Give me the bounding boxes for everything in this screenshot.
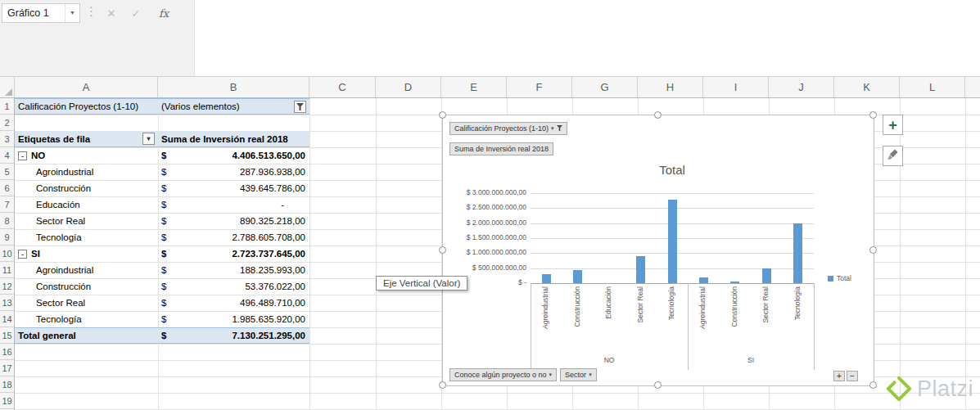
pivot-row-label-cell-total-general[interactable]: Total general [15,327,158,344]
y-axis-label[interactable]: $ 500.000.000,00 [443,264,526,272]
pivot-filter-field-cell[interactable]: Calificación Proyectos (1-10) [15,98,158,115]
bar-sector-real-no[interactable] [636,256,645,283]
expand-button[interactable]: + [833,371,845,381]
pivot-chart[interactable]: Total Calificación Proyectos (1-10)▾Suma… [442,115,874,386]
collapse-button[interactable]: - [18,151,27,160]
row-header-3[interactable]: 3 [0,131,14,147]
row-header-11[interactable]: 11 [0,262,14,278]
column-header-D[interactable]: D [376,77,441,97]
row-header-19[interactable]: 19 [0,393,14,409]
formula-input[interactable] [194,0,980,76]
name-box[interactable]: Gráfico 1 ▾ [2,3,80,23]
row-header-9[interactable]: 9 [0,229,14,246]
cancel-icon[interactable]: ✕ [102,3,121,23]
bar-tecnología-si[interactable] [793,223,802,283]
row-header-12[interactable]: 12 [0,278,14,295]
column-header-G[interactable]: G [572,77,638,97]
category-label-tecnología[interactable]: Tecnología [667,286,675,320]
pivot-value-cell-tecnología[interactable]: $2.788.605.708,00 [158,229,309,246]
row-header-1[interactable]: 1 [0,98,14,115]
bar-tecnología-no[interactable] [668,200,677,283]
row-header-18[interactable]: 18 [0,376,14,393]
chart-styles-button[interactable] [883,146,903,166]
enter-icon[interactable]: ✓ [126,3,146,23]
column-header-H[interactable]: H [638,77,703,97]
axis-field-button-1[interactable]: Sector▾ [560,368,597,381]
group-label-no[interactable]: NO [531,356,688,364]
row-header-17[interactable]: 17 [0,360,14,376]
bar-sector-real-si[interactable] [762,268,771,283]
selection-handle[interactable] [439,381,446,389]
pivot-value-cell-total-general[interactable]: $7.130.251.295,00 [158,327,309,344]
pivot-value-cell-educación[interactable]: $- [158,196,309,213]
name-box-dropdown-icon[interactable]: ▾ [65,4,79,22]
chart-legend[interactable]: Total [828,274,851,282]
row-header-5[interactable]: 5 [0,164,14,180]
selection-handle[interactable] [654,381,662,389]
axis-field-button-0[interactable]: Conoce algún proyecto o no▾ [449,368,557,381]
row-header-8[interactable]: 8 [0,213,14,229]
pivot-value-cell-construcción[interactable]: $439.645.786,00 [158,180,309,196]
y-axis-label[interactable]: $ 2.500.000.000,00 [443,203,526,211]
pivot-row-label-cell-tecnología[interactable]: Tecnología [15,311,158,327]
category-label-agroindustrial[interactable]: Agroindustrial [698,286,707,329]
group-label-si[interactable]: SI [688,356,814,364]
row-header-15[interactable]: 15 [0,327,14,344]
category-label-educación[interactable]: Educación [604,286,612,319]
pivot-row-label-cell-agroindustrial[interactable]: Agroindustrial [15,262,158,278]
selection-handle[interactable] [439,246,446,254]
chart-title[interactable]: Total [525,163,820,177]
pivot-row-label-cell-si[interactable]: -SI [15,246,158,262]
category-label-sector-real[interactable]: Sector Real [761,286,770,322]
pivot-row-label-cell-sector-real[interactable]: Sector Real [15,213,158,229]
chart-elements-button[interactable]: + [883,115,903,135]
pivot-values-header-cell[interactable]: Suma de Inversión real 2018 [158,131,309,147]
filter-funnel-icon[interactable] [294,101,306,113]
pivot-row-label-cell-tecnología[interactable]: Tecnología [15,229,158,246]
selection-handle[interactable] [654,111,662,119]
pivot-filter-value-cell[interactable]: (Varios elementos) [158,98,309,115]
category-label-construcción[interactable]: Construcción [730,286,738,327]
column-header-L[interactable]: L [900,77,965,97]
chart-value-field-button[interactable]: Suma de Inversión real 2018 [449,142,553,155]
filter-dropdown-icon[interactable]: ▾ [142,133,155,145]
pivot-row-label-cell-agroindustrial[interactable]: Agroindustrial [15,164,158,180]
column-header-A[interactable]: A [15,77,158,97]
bar-agroindustrial-si[interactable] [699,277,708,283]
row-header-14[interactable]: 14 [0,311,14,327]
collapse-button[interactable]: − [847,371,858,381]
pivot-row-label-cell-sector-real[interactable]: Sector Real [15,295,158,311]
y-axis-label[interactable]: $ 3.000.000.000,00 [443,188,526,196]
pivot-row-labels-header-cell[interactable]: Etiquetas de fila▾ [15,131,158,147]
collapse-button[interactable]: - [18,250,27,259]
pivot-row-label-cell-educación[interactable]: Educación [15,196,158,213]
column-header-I[interactable]: I [703,77,769,97]
pivot-value-cell-construcción[interactable]: $53.376.022,00 [158,278,309,295]
row-header-6[interactable]: 6 [0,180,14,196]
column-header-C[interactable]: C [309,77,376,97]
pivot-value-cell-tecnología[interactable]: $1.985.635.920,00 [158,311,309,327]
selection-handle[interactable] [869,381,877,389]
bar-agroindustrial-no[interactable] [542,274,551,283]
pivot-row-label-cell-construcción[interactable]: Construcción [15,278,158,295]
insert-function-icon[interactable]: fx [154,3,174,23]
selection-handle[interactable] [869,111,877,119]
row-header-13[interactable]: 13 [0,295,14,311]
category-label-agroindustrial[interactable]: Agroindustrial [541,286,549,329]
column-header-J[interactable]: J [769,77,834,97]
y-axis-label[interactable]: $ 1.000.000.000,00 [443,248,526,256]
bar-construcción-si[interactable] [730,282,739,283]
pivot-row-label-cell-no[interactable]: -NO [15,147,158,164]
row-header-7[interactable]: 7 [0,196,14,213]
chart-filter-field-button[interactable]: Calificación Proyectos (1-10)▾ [449,122,567,135]
pivot-value-cell-agroindustrial[interactable]: $287.936.938,00 [158,164,309,180]
column-header-E[interactable]: E [441,77,507,97]
row-header-16[interactable]: 16 [0,344,14,360]
pivot-value-cell-sector-real[interactable]: $496.489.710,00 [158,295,309,311]
category-label-tecnología[interactable]: Tecnología [793,286,802,320]
pivot-value-cell-sector-real[interactable]: $890.325.218,00 [158,213,309,229]
pivot-value-cell-si[interactable]: $2.723.737.645,00 [158,246,309,262]
selection-handle[interactable] [869,246,877,254]
pivot-row-label-cell-construcción[interactable]: Construcción [15,180,158,196]
pivot-value-cell-agroindustrial[interactable]: $188.235.993,00 [158,262,309,278]
